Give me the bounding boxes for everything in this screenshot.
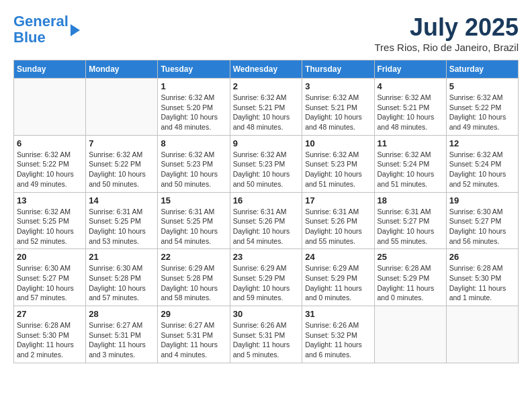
day-cell: 25Sunrise: 6:28 AM Sunset: 5:29 PM Dayli… — [374, 249, 446, 306]
day-info: Sunrise: 6:32 AM Sunset: 5:21 PM Dayligh… — [233, 93, 300, 132]
day-info: Sunrise: 6:28 AM Sunset: 5:29 PM Dayligh… — [378, 263, 443, 303]
day-number: 20 — [17, 252, 83, 262]
logo-blue: Blue — [13, 29, 46, 46]
day-number: 19 — [449, 195, 515, 205]
day-number: 13 — [17, 195, 83, 205]
day-cell: 22Sunrise: 6:29 AM Sunset: 5:28 PM Dayli… — [158, 249, 230, 306]
col-header-thursday: Thursday — [302, 60, 374, 79]
day-cell: 5Sunrise: 6:32 AM Sunset: 5:22 PM Daylig… — [446, 79, 518, 136]
day-cell: 16Sunrise: 6:31 AM Sunset: 5:26 PM Dayli… — [230, 192, 302, 249]
day-cell: 28Sunrise: 6:27 AM Sunset: 5:31 PM Dayli… — [86, 306, 158, 363]
day-info: Sunrise: 6:32 AM Sunset: 5:20 PM Dayligh… — [161, 93, 226, 132]
day-cell: 24Sunrise: 6:29 AM Sunset: 5:29 PM Dayli… — [302, 249, 374, 306]
day-info: Sunrise: 6:29 AM Sunset: 5:28 PM Dayligh… — [161, 263, 226, 303]
day-number: 27 — [17, 309, 83, 319]
day-cell: 9Sunrise: 6:32 AM Sunset: 5:23 PM Daylig… — [230, 135, 302, 192]
day-number: 14 — [89, 195, 154, 205]
day-info: Sunrise: 6:32 AM Sunset: 5:24 PM Dayligh… — [378, 150, 443, 189]
day-number: 6 — [17, 138, 83, 148]
day-info: Sunrise: 6:32 AM Sunset: 5:23 PM Dayligh… — [161, 150, 226, 189]
day-number: 7 — [89, 138, 154, 148]
day-number: 4 — [378, 81, 443, 91]
day-cell: 29Sunrise: 6:27 AM Sunset: 5:31 PM Dayli… — [158, 306, 230, 363]
col-header-saturday: Saturday — [446, 60, 518, 79]
day-cell: 4Sunrise: 6:32 AM Sunset: 5:21 PM Daylig… — [374, 79, 446, 136]
day-info: Sunrise: 6:27 AM Sunset: 5:31 PM Dayligh… — [161, 320, 226, 360]
day-cell: 20Sunrise: 6:30 AM Sunset: 5:27 PM Dayli… — [14, 249, 86, 306]
day-cell: 21Sunrise: 6:30 AM Sunset: 5:28 PM Dayli… — [86, 249, 158, 306]
day-info: Sunrise: 6:26 AM Sunset: 5:32 PM Dayligh… — [305, 320, 371, 360]
day-number: 17 — [305, 195, 371, 205]
day-cell: 2Sunrise: 6:32 AM Sunset: 5:21 PM Daylig… — [230, 79, 302, 136]
day-number: 22 — [161, 252, 226, 262]
day-cell — [86, 79, 158, 136]
day-number: 1 — [161, 81, 226, 91]
col-header-monday: Monday — [86, 60, 158, 79]
day-number: 16 — [233, 195, 300, 205]
col-header-tuesday: Tuesday — [158, 60, 230, 79]
day-info: Sunrise: 6:31 AM Sunset: 5:26 PM Dayligh… — [305, 207, 371, 246]
day-info: Sunrise: 6:28 AM Sunset: 5:30 PM Dayligh… — [17, 320, 83, 360]
day-cell: 27Sunrise: 6:28 AM Sunset: 5:30 PM Dayli… — [14, 306, 86, 363]
day-cell: 13Sunrise: 6:32 AM Sunset: 5:25 PM Dayli… — [14, 192, 86, 249]
col-header-wednesday: Wednesday — [230, 60, 302, 79]
day-cell: 30Sunrise: 6:26 AM Sunset: 5:31 PM Dayli… — [230, 306, 302, 363]
day-number: 31 — [305, 309, 371, 319]
day-cell: 18Sunrise: 6:31 AM Sunset: 5:27 PM Dayli… — [374, 192, 446, 249]
day-cell: 8Sunrise: 6:32 AM Sunset: 5:23 PM Daylig… — [158, 135, 230, 192]
day-info: Sunrise: 6:32 AM Sunset: 5:22 PM Dayligh… — [89, 150, 154, 189]
logo: General Blue — [13, 13, 80, 46]
day-number: 30 — [233, 309, 300, 319]
day-cell: 15Sunrise: 6:31 AM Sunset: 5:25 PM Dayli… — [158, 192, 230, 249]
day-info: Sunrise: 6:32 AM Sunset: 5:21 PM Dayligh… — [305, 93, 371, 132]
day-number: 3 — [305, 81, 371, 91]
day-info: Sunrise: 6:27 AM Sunset: 5:31 PM Dayligh… — [89, 320, 154, 360]
day-cell: 3Sunrise: 6:32 AM Sunset: 5:21 PM Daylig… — [302, 79, 374, 136]
day-number: 24 — [305, 252, 371, 262]
day-number: 10 — [305, 138, 371, 148]
day-info: Sunrise: 6:32 AM Sunset: 5:21 PM Dayligh… — [378, 93, 443, 132]
day-cell: 23Sunrise: 6:29 AM Sunset: 5:29 PM Dayli… — [230, 249, 302, 306]
col-header-friday: Friday — [374, 60, 446, 79]
day-number: 9 — [233, 138, 300, 148]
day-info: Sunrise: 6:30 AM Sunset: 5:27 PM Dayligh… — [449, 207, 515, 246]
logo-arrow-icon — [71, 24, 80, 36]
day-cell: 11Sunrise: 6:32 AM Sunset: 5:24 PM Dayli… — [374, 135, 446, 192]
day-cell — [14, 79, 86, 136]
day-cell: 6Sunrise: 6:32 AM Sunset: 5:22 PM Daylig… — [14, 135, 86, 192]
day-cell: 26Sunrise: 6:28 AM Sunset: 5:30 PM Dayli… — [446, 249, 518, 306]
day-cell: 7Sunrise: 6:32 AM Sunset: 5:22 PM Daylig… — [86, 135, 158, 192]
day-info: Sunrise: 6:32 AM Sunset: 5:22 PM Dayligh… — [17, 150, 83, 189]
week-row-4: 20Sunrise: 6:30 AM Sunset: 5:27 PM Dayli… — [14, 249, 519, 306]
col-header-sunday: Sunday — [14, 60, 86, 79]
day-number: 15 — [161, 195, 226, 205]
day-number: 8 — [161, 138, 226, 148]
day-number: 26 — [449, 252, 515, 262]
calendar-header-row: SundayMondayTuesdayWednesdayThursdayFrid… — [14, 60, 519, 79]
day-info: Sunrise: 6:29 AM Sunset: 5:29 PM Dayligh… — [233, 263, 300, 303]
day-info: Sunrise: 6:32 AM Sunset: 5:23 PM Dayligh… — [233, 150, 300, 189]
day-cell — [374, 306, 446, 363]
day-number: 18 — [378, 195, 443, 205]
day-number: 2 — [233, 81, 300, 91]
day-info: Sunrise: 6:32 AM Sunset: 5:22 PM Dayligh… — [449, 93, 515, 132]
day-info: Sunrise: 6:29 AM Sunset: 5:29 PM Dayligh… — [305, 263, 371, 303]
week-row-2: 6Sunrise: 6:32 AM Sunset: 5:22 PM Daylig… — [14, 135, 519, 192]
day-info: Sunrise: 6:31 AM Sunset: 5:27 PM Dayligh… — [378, 207, 443, 246]
day-cell: 14Sunrise: 6:31 AM Sunset: 5:25 PM Dayli… — [86, 192, 158, 249]
day-cell: 12Sunrise: 6:32 AM Sunset: 5:24 PM Dayli… — [446, 135, 518, 192]
day-info: Sunrise: 6:32 AM Sunset: 5:24 PM Dayligh… — [449, 150, 515, 189]
day-cell: 10Sunrise: 6:32 AM Sunset: 5:23 PM Dayli… — [302, 135, 374, 192]
day-number: 21 — [89, 252, 154, 262]
logo-text: General Blue — [13, 13, 69, 46]
week-row-3: 13Sunrise: 6:32 AM Sunset: 5:25 PM Dayli… — [14, 192, 519, 249]
day-number: 23 — [233, 252, 300, 262]
day-info: Sunrise: 6:32 AM Sunset: 5:23 PM Dayligh… — [305, 150, 371, 189]
day-number: 29 — [161, 309, 226, 319]
day-info: Sunrise: 6:30 AM Sunset: 5:28 PM Dayligh… — [89, 263, 154, 303]
day-cell: 17Sunrise: 6:31 AM Sunset: 5:26 PM Dayli… — [302, 192, 374, 249]
day-info: Sunrise: 6:32 AM Sunset: 5:25 PM Dayligh… — [17, 207, 83, 246]
day-number: 28 — [89, 309, 154, 319]
calendar-table: SundayMondayTuesdayWednesdayThursdayFrid… — [13, 60, 519, 363]
day-number: 5 — [449, 81, 515, 91]
